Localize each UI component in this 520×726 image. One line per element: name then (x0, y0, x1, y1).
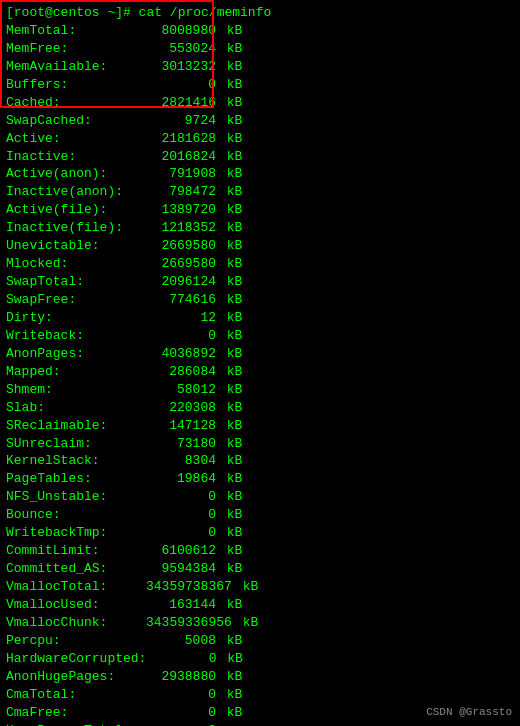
entry-value: 163144 (146, 596, 216, 614)
entry-line: SUnreclaim:73180 kB (6, 435, 514, 453)
entry-unit: kB (235, 578, 258, 596)
entry-value: 4036892 (146, 345, 216, 363)
entry-line: VmallocTotal:34359738367 kB (6, 578, 514, 596)
entry-unit: kB (219, 650, 242, 668)
entry-key: PageTables: (6, 470, 146, 488)
entry-value: 9724 (146, 112, 216, 130)
entry-unit: kB (219, 40, 242, 58)
entry-key: SReclaimable: (6, 417, 146, 435)
entry-key: Dirty: (6, 309, 146, 327)
entry-line: KernelStack:8304 kB (6, 452, 514, 470)
entry-unit: kB (219, 542, 242, 560)
entry-key: HardwareCorrupted: (6, 650, 146, 668)
entry-unit: kB (219, 488, 242, 506)
entry-key: CmaFree: (6, 704, 146, 722)
entry-line: VmallocChunk:34359336956 kB (6, 614, 514, 632)
entry-line: Percpu:5008 kB (6, 632, 514, 650)
entry-key: CommitLimit: (6, 542, 146, 560)
entry-value: 3013232 (146, 58, 216, 76)
entry-unit: kB (219, 560, 242, 578)
entry-line: Inactive(anon):798472 kB (6, 183, 514, 201)
command-text: [root@centos ~]# cat /proc/meminfo (6, 4, 271, 22)
entry-unit: kB (219, 22, 242, 40)
entry-value: 6100612 (146, 542, 216, 560)
entry-value: 2821416 (146, 94, 216, 112)
entry-value: 147128 (146, 417, 216, 435)
entry-value: 34359336956 (146, 614, 232, 632)
entry-line: Inactive:2016824 kB (6, 148, 514, 166)
entry-unit: kB (219, 686, 242, 704)
entry-unit: kB (219, 76, 242, 94)
entry-key: Mlocked: (6, 255, 146, 273)
entry-line: Slab:220308 kB (6, 399, 514, 417)
entry-value: 58012 (146, 381, 216, 399)
entry-key: Unevictable: (6, 237, 146, 255)
entry-key: Buffers: (6, 76, 146, 94)
entry-key: Active: (6, 130, 146, 148)
entry-unit: kB (219, 470, 242, 488)
entry-value: 791908 (146, 165, 216, 183)
entry-value: 1389720 (146, 201, 216, 219)
entry-unit: kB (219, 327, 242, 345)
entry-key: CmaTotal: (6, 686, 146, 704)
entry-line: SReclaimable:147128 kB (6, 417, 514, 435)
entry-unit: kB (219, 165, 242, 183)
entry-line: SwapCached:9724 kB (6, 112, 514, 130)
entry-line: Writeback:0 kB (6, 327, 514, 345)
entry-key: AnonHugePages: (6, 668, 146, 686)
entry-unit: kB (219, 58, 242, 76)
entry-unit: kB (219, 219, 242, 237)
entry-line: Active(file):1389720 kB (6, 201, 514, 219)
entry-unit: kB (219, 291, 242, 309)
entry-value: 0 (146, 650, 216, 668)
entry-value: 2016824 (146, 148, 216, 166)
entries-container: MemTotal:8008980 kBMemFree:553024 kBMemA… (6, 22, 514, 726)
entry-unit: kB (219, 130, 242, 148)
entry-key: Active(anon): (6, 165, 146, 183)
entry-key: VmallocUsed: (6, 596, 146, 614)
entry-unit: kB (219, 632, 242, 650)
entry-value: 774616 (146, 291, 216, 309)
entry-value: 5008 (146, 632, 216, 650)
entry-unit: kB (219, 417, 242, 435)
entry-value: 2669580 (146, 255, 216, 273)
entry-line: Active:2181628 kB (6, 130, 514, 148)
entry-unit: kB (219, 524, 242, 542)
entry-unit: kB (219, 112, 242, 130)
entry-key: SUnreclaim: (6, 435, 146, 453)
entry-unit: kB (219, 183, 242, 201)
entry-line: VmallocUsed:163144 kB (6, 596, 514, 614)
entry-key: Active(file): (6, 201, 146, 219)
entry-key: Inactive: (6, 148, 146, 166)
entry-value: 0 (146, 704, 216, 722)
entry-line: Mlocked:2669580 kB (6, 255, 514, 273)
entry-value: 9594384 (146, 560, 216, 578)
entry-line: MemFree:553024 kB (6, 40, 514, 58)
entry-value: 0 (146, 506, 216, 524)
entry-unit: kB (219, 381, 242, 399)
entry-value: 19864 (146, 470, 216, 488)
watermark: CSDN @Grassto (426, 706, 512, 718)
entry-value: 220308 (146, 399, 216, 417)
entry-key: Inactive(anon): (6, 183, 146, 201)
entry-value: 8304 (146, 452, 216, 470)
entry-key: Committed_AS: (6, 560, 146, 578)
entry-key: Mapped: (6, 363, 146, 381)
entry-unit: kB (219, 273, 242, 291)
entry-line: Shmem:58012 kB (6, 381, 514, 399)
entry-unit: kB (219, 435, 242, 453)
entry-value: 2096124 (146, 273, 216, 291)
entry-key: WritebackTmp: (6, 524, 146, 542)
entry-value: 0 (146, 488, 216, 506)
entry-unit: kB (219, 237, 242, 255)
entry-line: HugePages_Total:0 (6, 722, 514, 727)
entry-line: HardwareCorrupted:0 kB (6, 650, 514, 668)
entry-value: 553024 (146, 40, 216, 58)
entry-unit: kB (235, 614, 258, 632)
entry-unit: kB (219, 452, 242, 470)
entry-value: 0 (146, 76, 216, 94)
entry-key: Slab: (6, 399, 146, 417)
entry-line: PageTables:19864 kB (6, 470, 514, 488)
entry-value: 34359738367 (146, 578, 232, 596)
entry-key: KernelStack: (6, 452, 146, 470)
